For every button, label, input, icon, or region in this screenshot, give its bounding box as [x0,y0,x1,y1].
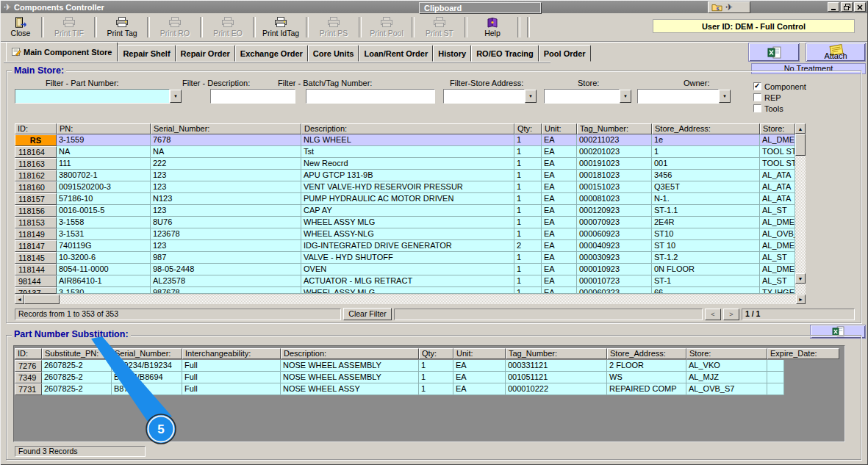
airplane-tool-icon[interactable]: ✈ [725,3,733,12]
print-tif-button[interactable]: Print TIF [45,15,93,40]
table-row[interactable]: 118163 111 222 New Reocrd 1 EA 000191023… [15,158,795,170]
store-combo[interactable]: ▼ [544,89,632,104]
owner-input[interactable] [637,89,719,104]
component-checkbox[interactable] [753,82,761,90]
column-header[interactable]: Store_Address: [607,348,686,359]
table-row[interactable]: 79137 3-1530 987678 WHEEL ASSY MLG 1 EA … [15,287,795,294]
row-id-cell[interactable]: 118157 [15,193,57,205]
print-eo-button[interactable]: Print EO [204,15,252,40]
column-header[interactable]: Store: [760,123,795,134]
store-input[interactable] [544,89,620,104]
table-row[interactable]: 118157 57186-10 N123 PUMP HYDRAULIC AC M… [15,193,795,205]
restore-button[interactable] [841,2,853,12]
clear-filter-button[interactable]: Clear Filter [343,308,392,320]
table-row[interactable]: 118147 740119G 123 IDG-INTEGRATED DRIVE … [15,240,795,252]
column-header[interactable]: Store: [686,348,767,359]
table-row[interactable]: RS 3-1559 7678 NLG WHEEL 1 EA 000211023 … [15,134,795,146]
minimize-button[interactable] [828,2,839,12]
column-header[interactable]: ID: [15,123,57,134]
attach-button[interactable]: Attach [806,43,866,62]
row-id-cell[interactable]: 118147 [15,240,57,252]
row-id-cell[interactable]: 118160 [15,181,57,193]
column-header[interactable]: Expire_Date: [767,348,839,359]
close-button[interactable]: Close [1,15,40,40]
filter-part-number-input[interactable] [15,89,170,104]
column-header[interactable]: Description: [281,348,419,359]
chevron-down-icon[interactable]: ▼ [620,90,631,103]
column-header[interactable]: Description: [301,123,514,134]
table-row[interactable]: 98144 AIR86410-1 AL23578 ACTUATOR - MLG … [15,275,795,287]
chevron-down-icon[interactable]: ▼ [525,90,537,103]
column-header[interactable]: Serial_Number: [151,123,301,134]
scroll-right-icon[interactable]: ► [796,295,806,304]
column-header[interactable]: PN: [57,123,151,134]
rep-checkbox[interactable] [753,93,761,101]
column-header[interactable]: Substitute_PN: [42,348,112,359]
row-id-cell[interactable]: 7731 [15,383,42,395]
row-id-cell[interactable]: 118163 [15,158,57,170]
column-header[interactable]: Serial_Number: [112,348,182,359]
folder-s-icon[interactable]: s [711,3,722,12]
row-id-cell[interactable]: 118153 [15,217,57,228]
print-idtag-button[interactable]: Print IdTag [257,15,305,40]
owner-combo[interactable]: ▼ [637,89,731,104]
clipboard-window-titlebar[interactable]: Clipboard [419,2,541,13]
row-id-cell[interactable]: 118145 [15,252,57,264]
filter-batch-tag-input[interactable] [306,89,435,104]
filter-part-number-combo[interactable]: ▼ [15,89,182,104]
row-id-cell[interactable]: 79137 [15,287,57,294]
help-button[interactable]: Help [468,15,517,40]
tab[interactable]: Repair Order [176,45,235,62]
table-row[interactable]: 7731 2607825-2 B8761 Full NOSE WHEEL ASS… [15,383,784,395]
tab[interactable]: Repair Shelf [118,45,175,62]
row-id-cell[interactable]: 7349 [15,372,42,383]
table-row[interactable]: 118156 0016-0015-5 123 CAP AY 1 EA 00012… [15,205,795,217]
column-header[interactable]: Unit: [453,348,506,359]
close-window-button[interactable] [854,2,866,12]
table-row[interactable]: 118153 3-1558 8U76 WHEEL ASSY MLG 1 EA 0… [15,217,795,228]
tab[interactable]: Loan/Rent Order [359,45,433,62]
table-row[interactable]: 118149 3-1531 123678 WHEEL ASSY-NLG 1 EA… [15,228,795,240]
scroll-up-icon[interactable]: ▲ [795,123,806,134]
tab[interactable]: History [433,45,471,62]
row-id-cell[interactable]: 118162 [15,170,57,181]
tab[interactable]: Core Units [308,45,359,62]
tools-checkbox[interactable] [753,104,761,112]
print-st-button[interactable]: Print ST [415,15,464,40]
table-row[interactable]: 118144 8054-11-0000 98-05-2448 OVEN 1 EA… [15,264,795,275]
vertical-scrollbar-thumb[interactable] [795,134,806,156]
table-row[interactable]: 118160 0091520200-3 123 VENT VALVE-HYD R… [15,181,795,193]
scroll-down-icon[interactable]: ▼ [795,273,806,284]
chevron-down-icon[interactable]: ▼ [170,90,182,103]
filter-store-address-combo[interactable]: ▼ [443,89,537,104]
column-header[interactable]: Qty: [419,348,453,359]
vertical-scrollbar[interactable]: ▲ ▼ [795,123,806,294]
row-id-cell[interactable]: 118156 [15,205,57,217]
row-id-cell[interactable]: 118144 [15,264,57,275]
scroll-left-icon[interactable]: ◄ [15,295,24,304]
page-next-button[interactable]: > [723,309,739,320]
export-excel-button[interactable] [748,43,800,62]
column-header[interactable]: Interchangeability: [182,348,281,359]
tab[interactable]: Pool Order [539,45,591,62]
column-header[interactable]: Tag_Number: [506,348,607,359]
column-header[interactable]: ID: [15,348,42,359]
filter-store-address-input[interactable] [443,89,525,104]
table-row[interactable]: 118164 NA NA Tst 1 EA 000201023 1 TOOL S… [15,146,795,158]
horizontal-scrollbar[interactable]: ◄ ► [15,295,806,304]
column-header[interactable]: Tag_Number: [577,123,652,134]
row-id-cell[interactable]: 118164 [15,146,57,158]
table-row[interactable]: 7349 2607825-2 B8694/B8694 Full NOSE WHE… [15,372,784,383]
chevron-down-icon[interactable]: ▼ [719,90,731,103]
print-ro-button[interactable]: Print RO [151,15,199,40]
horizontal-scrollbar-thumb[interactable] [24,295,60,304]
column-header[interactable]: Unit: [542,123,577,134]
table-row[interactable]: 118162 3800702-1 123 APU GTCP 131-9B 1 E… [15,170,795,181]
column-header[interactable]: Store_Address: [652,123,760,134]
tab[interactable]: Main Component Store [6,42,118,62]
print-ps-button[interactable]: Print PS [309,15,358,40]
tab[interactable]: RO/EO Tracing [471,45,539,62]
filter-description-input[interactable] [210,89,295,104]
print-tag-button[interactable]: Print Tag [98,15,146,40]
page-previous-button[interactable]: < [705,309,721,320]
